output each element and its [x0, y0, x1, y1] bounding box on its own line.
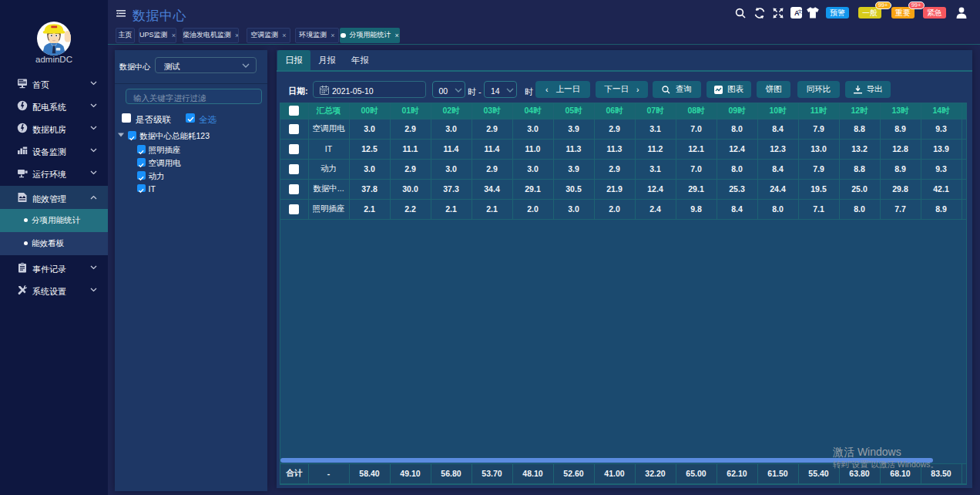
- svg-text:文: 文: [798, 8, 803, 14]
